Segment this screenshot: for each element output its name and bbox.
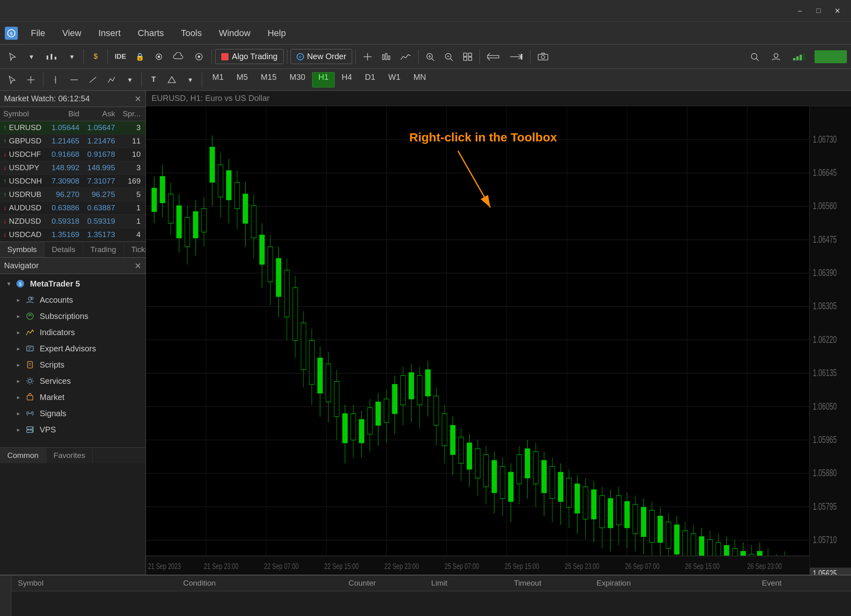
algo-trading-btn[interactable]: Algo Trading: [215, 49, 283, 64]
cursor-tool[interactable]: [4, 48, 21, 65]
lock-btn[interactable]: 🔒: [131, 48, 148, 65]
tf-h1[interactable]: H1: [312, 72, 335, 88]
mw-tab-trading[interactable]: Trading: [83, 242, 124, 257]
horizontal-line-tool[interactable]: [66, 72, 82, 88]
crosshair-btn[interactable]: [359, 48, 376, 65]
zoom-in-btn[interactable]: [422, 48, 439, 65]
menu-tools[interactable]: Tools: [174, 25, 209, 42]
svg-rect-137: [342, 414, 347, 443]
svg-point-61: [30, 413, 31, 414]
mw-tab-symbols[interactable]: Symbols: [0, 242, 45, 257]
vertical-line-tool[interactable]: [47, 72, 64, 88]
maximize-button[interactable]: □: [813, 5, 824, 17]
nav-item-scripts[interactable]: ▸ Scripts: [0, 357, 145, 373]
timeframe-group: M1 M5 M15 M30 H1 H4 D1 W1 MN: [206, 72, 432, 88]
tf-d1[interactable]: D1: [359, 72, 382, 88]
screenshot-btn[interactable]: [534, 48, 552, 65]
tf-m5[interactable]: M5: [231, 72, 254, 88]
svg-rect-22: [468, 53, 472, 56]
settings-circle-btn[interactable]: [190, 48, 208, 65]
shape-tool[interactable]: [164, 72, 180, 88]
svg-text:1.06475: 1.06475: [813, 234, 837, 244]
market-watch-row-eurusd[interactable]: ↑EURUSD 1.05644 1.05647 3: [0, 121, 145, 135]
nav-item-market[interactable]: ▸ Market: [0, 389, 145, 405]
shift-btn[interactable]: [505, 48, 527, 65]
new-order-btn[interactable]: + New Order: [291, 49, 353, 64]
nav-item-mt5[interactable]: ▾ 5 MetaTrader 5: [0, 276, 145, 292]
tf-mn[interactable]: MN: [407, 72, 432, 88]
chart-container[interactable]: 1.06730 1.06645 1.06560 1.06475 1.06390 …: [146, 106, 851, 575]
text-tool[interactable]: T: [146, 72, 161, 88]
draw-dropdown[interactable]: ▾: [122, 72, 137, 88]
market-watch-row-usdjpy[interactable]: ↓USDJPY 148.992 148.995 3: [0, 161, 145, 175]
bar-chart-btn[interactable]: [378, 48, 395, 65]
grid-btn[interactable]: [459, 48, 476, 65]
minimize-button[interactable]: –: [794, 5, 806, 17]
menu-insert[interactable]: Insert: [91, 25, 128, 42]
market-watch-row-usdrub[interactable]: ↑USDRUB 96.270 96.275 5: [0, 188, 145, 201]
toolbox-table[interactable]: [11, 591, 851, 616]
menu-file[interactable]: File: [24, 25, 52, 42]
menu-view[interactable]: View: [55, 25, 88, 42]
close-button[interactable]: ✕: [832, 5, 843, 17]
line-chart-btn[interactable]: [396, 48, 415, 65]
market-watch-row-usdcnh[interactable]: ↑USDCNH 7.30908 7.31077 169: [0, 175, 145, 188]
market-watch-row-gbpusd[interactable]: ↑GBPUSD 1.21465 1.21476 11: [0, 135, 145, 148]
svg-text:5: 5: [10, 32, 13, 36]
market-watch-row-nzdusd[interactable]: ↓NZDUSD 0.59318 0.59319 1: [0, 215, 145, 228]
radio-btn[interactable]: [150, 48, 168, 65]
svg-point-59: [28, 379, 32, 383]
polyline-tool[interactable]: [103, 72, 120, 88]
market-watch-row-audusd[interactable]: ↓AUDUSD 0.63886 0.63887 1: [0, 201, 145, 215]
nav-item-services[interactable]: ▸ Services: [0, 373, 145, 389]
tf-m1[interactable]: M1: [206, 72, 230, 88]
tf-h4[interactable]: H4: [336, 72, 358, 88]
nav-item-vps[interactable]: ▸ VPS: [0, 421, 145, 438]
nav-label-ea: Expert Advisors: [40, 344, 96, 353]
nav-item-signals[interactable]: ▸ Signals: [0, 405, 145, 421]
nav-item-accounts[interactable]: ▸ Accounts: [0, 292, 145, 308]
menu-window[interactable]: Window: [212, 25, 258, 42]
arrow-dropdown[interactable]: ▾: [23, 48, 40, 65]
market-watch-close[interactable]: ✕: [135, 94, 141, 104]
algo-stop-icon: [221, 53, 229, 60]
tf-m30[interactable]: M30: [284, 72, 312, 88]
shape-dropdown[interactable]: ▾: [182, 72, 198, 88]
dollar-btn[interactable]: $: [87, 48, 104, 65]
scroll-btn[interactable]: [483, 48, 503, 65]
svg-rect-215: [666, 522, 671, 548]
nav-item-subscriptions[interactable]: ▸ Subscriptions: [0, 308, 145, 324]
indicators-icon: [24, 327, 36, 338]
menu-charts[interactable]: Charts: [130, 25, 171, 42]
trend-line-tool[interactable]: [85, 72, 101, 88]
nav-item-indicators[interactable]: ▸ Indicators: [0, 324, 145, 340]
market-watch-row-usdchf[interactable]: ↓USDCHF 0.91668 0.91678 10: [0, 148, 145, 161]
profile-btn[interactable]: [768, 48, 785, 65]
svg-rect-205: [624, 501, 629, 528]
col-expiration-header: Expiration: [597, 579, 762, 588]
svg-marker-46: [168, 77, 175, 83]
mw-tab-details[interactable]: Details: [45, 242, 83, 257]
cloud-btn[interactable]: [169, 48, 188, 65]
svg-rect-109: [227, 171, 231, 200]
select-tool[interactable]: [4, 72, 20, 88]
signal-bar-btn[interactable]: [789, 48, 810, 65]
tf-w1[interactable]: W1: [382, 72, 406, 88]
market-watch-row-usdcad[interactable]: ↓USDCAD 1.35169 1.35173 4: [0, 228, 145, 242]
tf-m15[interactable]: M15: [255, 72, 283, 88]
nav-label-services: Services: [40, 376, 71, 386]
svg-text:1.06305: 1.06305: [813, 301, 837, 311]
svg-rect-167: [467, 443, 472, 469]
zoom-out-btn[interactable]: [440, 48, 458, 65]
svg-rect-36: [796, 56, 799, 60]
ide-btn[interactable]: IDE: [111, 48, 130, 65]
search-btn[interactable]: [746, 48, 763, 65]
nav-item-ea[interactable]: ▸ Expert Advisors: [0, 340, 145, 357]
nav-tab-common[interactable]: Common: [0, 448, 46, 463]
chart-type-btn[interactable]: [41, 48, 62, 65]
chart-dropdown[interactable]: ▾: [63, 48, 80, 65]
nav-tab-favorites[interactable]: Favorites: [46, 448, 93, 463]
menu-help[interactable]: Help: [260, 25, 293, 42]
navigator-close[interactable]: ✕: [135, 261, 141, 271]
crosshair-tool[interactable]: [23, 72, 39, 88]
